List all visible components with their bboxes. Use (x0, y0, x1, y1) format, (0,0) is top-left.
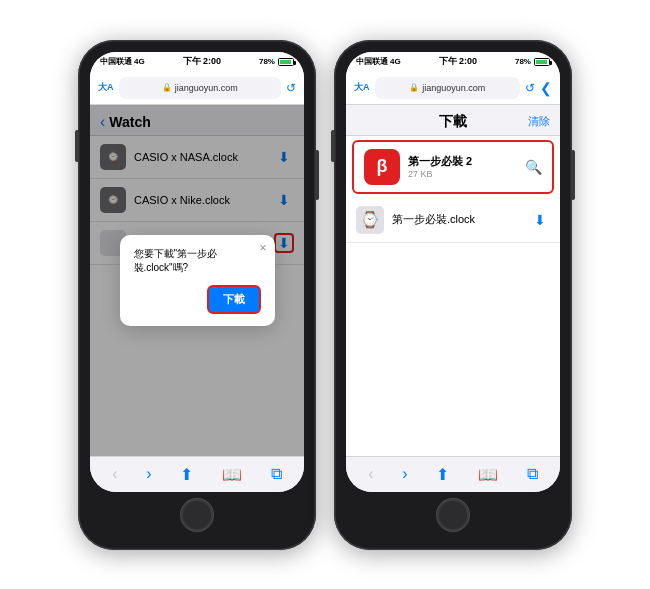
left-status-right: 78% (259, 57, 294, 66)
right-downloads-title: 下載 (439, 113, 467, 131)
right-download-btn[interactable]: ⬇ (530, 210, 550, 230)
right-file-thumb: ⌚ (356, 206, 384, 234)
right-battery-icon (534, 58, 550, 66)
left-carrier: 中国联通 (100, 56, 132, 67)
right-battery: 78% (515, 57, 531, 66)
left-time: 下午 2:00 (183, 55, 222, 68)
left-status-left: 中国联通 4G (100, 56, 145, 67)
right-home-button-area (346, 492, 560, 538)
right-page-content: 下載 清除 β 第一步必裝 2 27 KB 🔍 ⌚ (346, 105, 560, 456)
right-url-bar[interactable]: 🔒 jianguoyun.com (375, 77, 521, 99)
left-toolbar-share[interactable]: ⬆ (180, 465, 193, 484)
right-file-item[interactable]: ⌚ 第一步必裝.clock ⬇ (346, 198, 560, 243)
left-home-button[interactable] (181, 499, 213, 531)
right-toolbar-forward[interactable]: › (402, 465, 407, 483)
left-battery-icon (278, 58, 294, 66)
left-dialog: × 您要下載"第一步必裝.clock"嗎? 下載 (120, 235, 275, 326)
left-battery: 78% (259, 57, 275, 66)
right-status-left: 中国联通 4G (356, 56, 401, 67)
left-url-text: jianguoyun.com (175, 83, 238, 93)
left-lock-icon: 🔒 (162, 83, 172, 92)
right-app-icon: β (364, 149, 400, 185)
left-dialog-overlay: × 您要下載"第一步必裝.clock"嗎? 下載 (90, 105, 304, 456)
left-toolbar-back[interactable]: ‹ (112, 465, 117, 483)
left-network: 4G (134, 57, 145, 66)
right-home-button[interactable] (437, 499, 469, 531)
right-toolbar-tabs[interactable]: ⧉ (527, 465, 538, 483)
right-lock-icon: 🔒 (409, 83, 419, 92)
right-back-nav[interactable]: ❮ (540, 80, 552, 96)
left-toolbar-forward[interactable]: › (146, 465, 151, 483)
right-toolbar-back[interactable]: ‹ (368, 465, 373, 483)
left-home-button-area (90, 492, 304, 538)
left-phone-screen: 中国联通 4G 下午 2:00 78% 大A 🔒 jianguoyun.com … (90, 52, 304, 492)
left-toolbar-bookmarks[interactable]: 📖 (222, 465, 242, 484)
left-url-bar[interactable]: 🔒 jianguoyun.com (119, 77, 282, 99)
left-browser-bar: 大A 🔒 jianguoyun.com ↺ (90, 72, 304, 105)
left-status-bar: 中国联通 4G 下午 2:00 78% (90, 52, 304, 72)
left-refresh-button[interactable]: ↺ (286, 81, 296, 95)
right-download-name: 第一步必裝 2 (408, 154, 517, 169)
right-downloads-header: 下載 清除 (346, 105, 560, 136)
left-browser-toolbar: ‹ › ⬆ 📖 ⧉ (90, 456, 304, 492)
right-browser-bar: 大A 🔒 jianguoyun.com ↺ ❮ (346, 72, 560, 105)
right-time: 下午 2:00 (439, 55, 478, 68)
right-download-size: 27 KB (408, 169, 517, 179)
right-status-bar: 中国联通 4G 下午 2:00 78% (346, 52, 560, 72)
right-carrier: 中国联通 (356, 56, 388, 67)
right-file-name: 第一步必裝.clock (392, 212, 522, 227)
right-network: 4G (390, 57, 401, 66)
right-phone: 中国联通 4G 下午 2:00 78% 大A 🔒 jianguoyun.com … (334, 40, 572, 550)
right-search-icon[interactable]: 🔍 (525, 159, 542, 175)
right-url-text: jianguoyun.com (422, 83, 485, 93)
right-download-item[interactable]: β 第一步必裝 2 27 KB 🔍 (352, 140, 554, 194)
right-browser-toolbar: ‹ › ⬆ 📖 ⧉ (346, 456, 560, 492)
right-aa-button[interactable]: 大A (354, 81, 370, 94)
left-toolbar-tabs[interactable]: ⧉ (271, 465, 282, 483)
left-aa-button[interactable]: 大A (98, 81, 114, 94)
left-dialog-text: 您要下載"第一步必裝.clock"嗎? (134, 247, 261, 275)
right-toolbar-share[interactable]: ⬆ (436, 465, 449, 484)
left-dialog-confirm-button[interactable]: 下載 (207, 285, 261, 314)
left-page-content: ‹ Watch ⌚ CASIO x NASA.clock ⬇ ⌚ CASIO x… (90, 105, 304, 456)
right-phone-screen: 中国联通 4G 下午 2:00 78% 大A 🔒 jianguoyun.com … (346, 52, 560, 492)
right-toolbar-bookmarks[interactable]: 📖 (478, 465, 498, 484)
scene: 中国联通 4G 下午 2:00 78% 大A 🔒 jianguoyun.com … (58, 20, 592, 570)
left-dialog-close[interactable]: × (259, 241, 266, 255)
right-refresh-button[interactable]: ↺ (525, 81, 535, 95)
right-app-icon-letter: β (377, 156, 388, 177)
right-clear-button[interactable]: 清除 (528, 114, 550, 129)
left-phone: 中国联通 4G 下午 2:00 78% 大A 🔒 jianguoyun.com … (78, 40, 316, 550)
right-download-info: 第一步必裝 2 27 KB (408, 154, 517, 179)
right-status-right: 78% (515, 57, 550, 66)
